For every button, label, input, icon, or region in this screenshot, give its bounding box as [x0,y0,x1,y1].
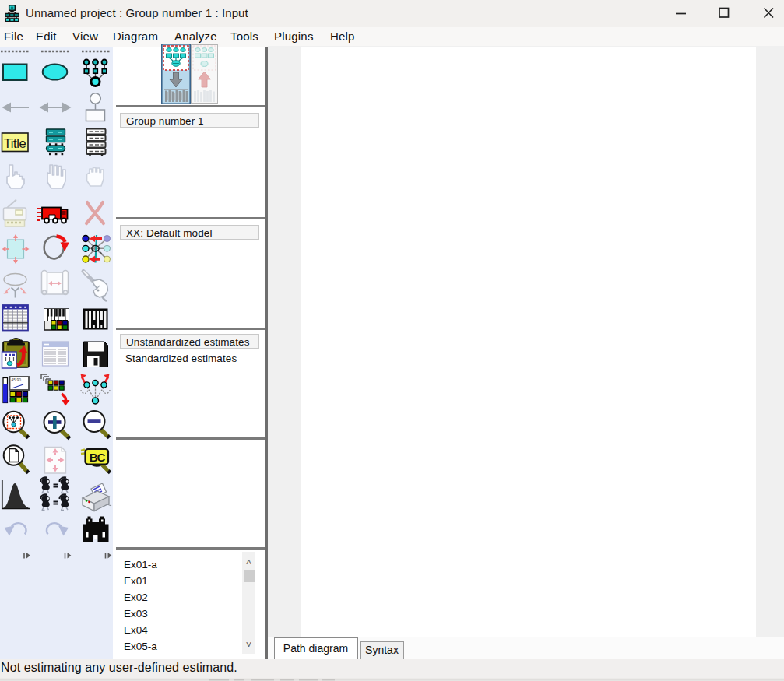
svg-text:45 90: 45 90 [12,377,22,382]
svg-text:BC: BC [90,451,106,464]
svg-text:Title: Title [4,136,26,150]
